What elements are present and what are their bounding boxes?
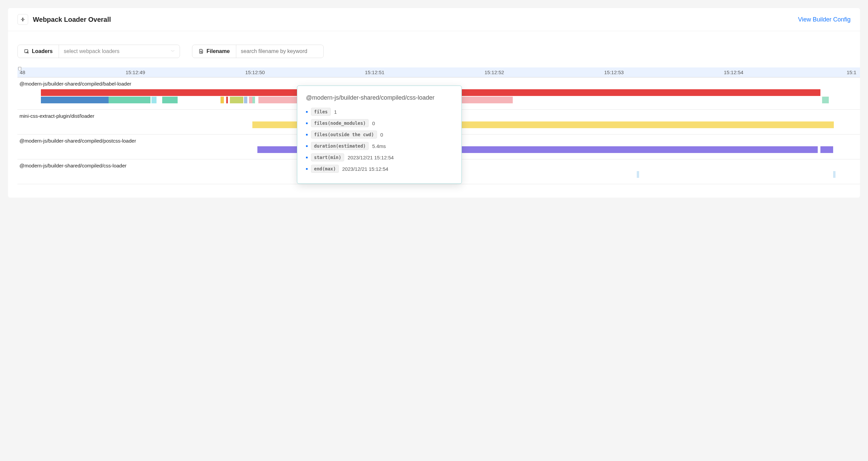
tooltip-rows: files1files(node_modules)0files(outside … <box>306 108 453 173</box>
collapse-icon <box>20 17 26 22</box>
timeline-segment[interactable] <box>244 97 247 103</box>
tooltip-row: duration(estimated)5.4ms <box>306 142 453 150</box>
svg-line-5 <box>202 52 203 53</box>
bullet-icon <box>306 157 308 159</box>
loader-tooltip: @modern-js/builder-shared/compiled/css-l… <box>297 86 462 184</box>
tooltip-value: 2023/12/21 15:12:54 <box>347 155 394 161</box>
page-title: Webpack Loader Overall <box>33 16 111 24</box>
tooltip-title: @modern-js/builder-shared/compiled/css-l… <box>306 93 453 102</box>
tooltip-row: files(node_modules)0 <box>306 119 453 127</box>
tooltip-key: files(node_modules) <box>311 119 369 127</box>
loaders-select-placeholder: select webpack loaders <box>64 48 119 54</box>
tooltip-row: files1 <box>306 108 453 116</box>
ruler-tick: 15:12:53 <box>604 69 624 75</box>
tooltip-key: end(max) <box>311 165 339 173</box>
bullet-icon <box>306 111 308 113</box>
ruler-tick: 15:12:51 <box>365 69 384 75</box>
ruler-tick: 48 <box>20 69 26 75</box>
tooltip-key: duration(estimated) <box>311 142 369 150</box>
tooltip-key: files(outside the cwd) <box>311 131 377 139</box>
ruler-tick: 15:12:50 <box>245 69 265 75</box>
chevron-down-icon: ﹀ <box>171 49 175 54</box>
timeline-segment[interactable] <box>230 97 243 103</box>
timeline-segment[interactable] <box>220 97 224 103</box>
main-card: Webpack Loader Overall View Builder Conf… <box>8 8 860 198</box>
tooltip-value: 2023/12/21 15:12:54 <box>342 166 389 172</box>
timeline: 4815:12:4915:12:5015:12:5115:12:5215:12:… <box>8 67 860 198</box>
filter-loaders-label-text: Loaders <box>32 48 53 54</box>
card-header-left: Webpack Loader Overall <box>18 14 111 25</box>
ruler-tick: 15:12:54 <box>724 69 743 75</box>
tooltip-value: 0 <box>372 120 375 126</box>
file-search-icon <box>198 49 204 54</box>
tooltip-row: end(max)2023/12/21 15:12:54 <box>306 165 453 173</box>
timeline-segment[interactable] <box>252 97 255 103</box>
filter-loaders: Loaders select webpack loaders ﹀ <box>18 45 180 58</box>
ruler-tick: 15:12:49 <box>126 69 145 75</box>
ruler-tick: 15:12:52 <box>485 69 504 75</box>
timeline-segment[interactable] <box>152 97 156 103</box>
card-header: Webpack Loader Overall View Builder Conf… <box>8 8 860 31</box>
tooltip-value: 0 <box>380 132 383 138</box>
filter-loaders-label: Loaders <box>18 45 59 58</box>
svg-rect-3 <box>25 50 28 53</box>
filter-filename-label-text: Filename <box>207 48 229 54</box>
tooltip-key: files <box>311 108 331 116</box>
tooltip-value: 1 <box>334 109 337 115</box>
timeline-segment[interactable] <box>249 97 252 103</box>
view-builder-config-link[interactable]: View Builder Config <box>798 16 850 23</box>
bullet-icon <box>306 122 308 124</box>
timeline-segment[interactable] <box>108 97 151 103</box>
timeline-segment[interactable] <box>226 97 228 103</box>
timeline-segment[interactable] <box>820 146 833 153</box>
tooltip-key: start(min) <box>311 153 344 162</box>
loaders-select[interactable]: select webpack loaders ﹀ <box>59 45 180 58</box>
filter-filename-label: Filename <box>192 45 236 58</box>
filter-filename: Filename <box>192 45 323 58</box>
timeline-segment[interactable] <box>822 97 829 103</box>
loader-icon <box>24 49 29 54</box>
bullet-icon <box>306 145 308 147</box>
timeline-segment[interactable] <box>41 97 108 103</box>
time-ruler[interactable]: 4815:12:4915:12:5015:12:5115:12:5215:12:… <box>18 67 860 78</box>
collapse-button[interactable] <box>18 14 28 25</box>
filters-row: Loaders select webpack loaders ﹀ Filenam… <box>8 31 860 67</box>
tooltip-row: files(outside the cwd)0 <box>306 131 453 139</box>
tooltip-value: 5.4ms <box>372 143 386 149</box>
bullet-icon <box>306 134 308 136</box>
bullet-icon <box>306 168 308 170</box>
ruler-tick: 15:1 <box>846 69 856 75</box>
filename-input[interactable] <box>236 45 323 58</box>
tooltip-row: start(min)2023/12/21 15:12:54 <box>306 153 453 162</box>
timeline-segment[interactable] <box>833 171 836 178</box>
timeline-segment[interactable] <box>162 97 177 103</box>
timeline-segment[interactable] <box>637 171 640 178</box>
